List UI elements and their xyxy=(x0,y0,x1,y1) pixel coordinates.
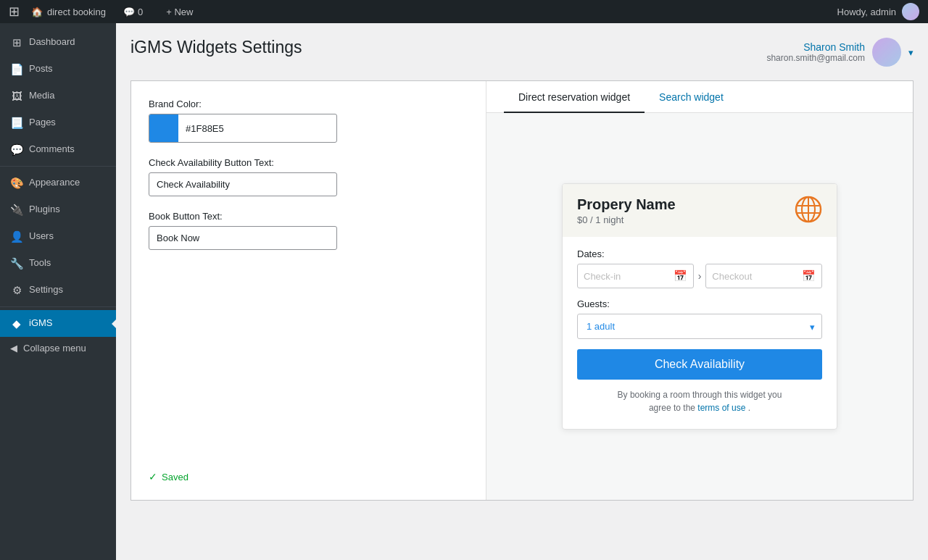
check-availability-field: Check Availability Button Text: xyxy=(149,157,468,196)
sidebar-item-media[interactable]: 🖼 Media xyxy=(0,83,116,109)
book-button-label: Book Button Text: xyxy=(149,211,468,222)
right-panel: Direct reservation widget Search widget … xyxy=(486,81,913,500)
brand-color-label: Brand Color: xyxy=(149,99,468,109)
saved-message: ✓ Saved xyxy=(149,456,468,482)
widget-tabs: Direct reservation widget Search widget xyxy=(486,81,913,113)
footer-text-2: agree to the xyxy=(649,403,695,413)
sidebar-item-plugins[interactable]: 🔌 Plugins xyxy=(0,196,116,223)
widget-dates-row: Check-in 📅 › Checkout 📅 xyxy=(577,264,822,288)
sidebar-item-label: Posts xyxy=(29,62,53,75)
appearance-icon: 🎨 xyxy=(10,175,23,191)
terms-of-use-link[interactable]: terms of use xyxy=(697,403,745,413)
check-avail-label: Check Availability Button Text: xyxy=(149,157,468,168)
color-text-input[interactable] xyxy=(178,117,336,140)
book-button-field: Book Button Text: xyxy=(149,211,468,250)
check-availability-button[interactable]: Check Availability xyxy=(577,349,822,380)
date-arrow-icon: › xyxy=(698,270,702,282)
plugins-icon: 🔌 xyxy=(10,202,23,217)
new-label: + New xyxy=(166,7,193,17)
page-title: iGMS Widgets Settings xyxy=(130,38,302,57)
comments-icon: 💬 xyxy=(10,142,23,157)
check-availability-input[interactable] xyxy=(149,172,337,196)
checkout-placeholder: Checkout xyxy=(712,271,798,282)
preview-area: Propery Name $0 / 1 night xyxy=(486,113,913,500)
checkout-input-wrap[interactable]: Checkout 📅 xyxy=(705,264,822,288)
site-name: direct booking xyxy=(47,7,106,17)
footer-text-3: . xyxy=(748,403,750,413)
user-name[interactable]: Sharon Smith xyxy=(766,41,865,53)
sidebar-item-users[interactable]: 👤 Users xyxy=(0,223,116,250)
main-content: iGMS Widgets Settings Sharon Smith sharo… xyxy=(116,23,928,560)
collapse-menu-button[interactable]: ◀ Collapse menu xyxy=(0,337,116,359)
sidebar-item-label: Appearance xyxy=(29,176,80,189)
posts-icon: 📄 xyxy=(10,62,23,77)
checkin-calendar-icon: 📅 xyxy=(674,269,687,283)
adminbar-site-link[interactable]: 🏠 direct booking xyxy=(31,7,106,17)
check-icon: ✓ xyxy=(149,471,157,482)
color-swatch[interactable] xyxy=(149,114,178,142)
sidebar-item-comments[interactable]: 💬 Comments xyxy=(0,136,116,163)
sidebar-item-igms[interactable]: ◆ iGMS xyxy=(0,310,116,337)
sidebar-item-label: Dashboard xyxy=(29,35,75,49)
left-panel: Brand Color: Check Availability Button T… xyxy=(131,81,486,500)
guests-select-wrap: 1 adult 2 adults 3 adults ▾ xyxy=(577,314,822,339)
checkin-placeholder: Check-in xyxy=(584,271,669,282)
user-dropdown-icon[interactable]: ▾ xyxy=(908,47,914,58)
tab-search-widget[interactable]: Search widget xyxy=(645,81,738,113)
comments-icon: 💬 xyxy=(123,7,135,17)
sidebar-item-pages[interactable]: 📃 Pages xyxy=(0,109,116,136)
sidebar-item-label: Pages xyxy=(29,116,56,129)
widget-globe-icon xyxy=(795,196,822,225)
sidebar-item-dashboard[interactable]: ⊞ Dashboard xyxy=(0,29,116,56)
sidebar-item-label: Plugins xyxy=(29,203,60,216)
user-email: sharon.smith@gmail.com xyxy=(766,53,865,63)
adminbar-new[interactable]: + New xyxy=(160,0,199,23)
adminbar-comments[interactable]: 💬 0 xyxy=(117,0,149,23)
home-icon: 🏠 xyxy=(31,7,43,17)
sidebar-item-label: Settings xyxy=(29,283,63,296)
footer-text-1: By booking a room through this widget yo… xyxy=(618,390,782,400)
book-button-input[interactable] xyxy=(149,226,337,250)
tab-direct-label: Direct reservation widget xyxy=(518,91,630,103)
sidebar-item-settings[interactable]: ⚙ Settings xyxy=(0,277,116,304)
wp-logo-icon: ⊞ xyxy=(9,4,20,20)
widget-property-name: Propery Name xyxy=(577,196,676,213)
tab-search-label: Search widget xyxy=(659,91,724,103)
igms-icon: ◆ xyxy=(10,316,23,331)
collapse-label: Collapse menu xyxy=(23,343,86,354)
collapse-icon: ◀ xyxy=(10,343,17,354)
checkin-input-wrap[interactable]: Check-in 📅 xyxy=(577,264,694,288)
tools-icon: 🔧 xyxy=(10,256,23,271)
sidebar-item-label: Tools xyxy=(29,256,51,269)
checkout-calendar-icon: 📅 xyxy=(802,269,816,283)
sidebar-item-label: Users xyxy=(29,230,54,243)
sidebar-item-label: iGMS xyxy=(29,317,53,330)
sidebar-item-appearance[interactable]: 🎨 Appearance xyxy=(0,170,116,196)
media-icon: 🖼 xyxy=(10,88,23,104)
widget-body: Dates: Check-in 📅 › Checkout 📅 xyxy=(563,237,837,429)
adminbar-user-area: Howdy, admin xyxy=(837,3,919,20)
sidebar-item-tools[interactable]: 🔧 Tools xyxy=(0,250,116,277)
comments-count: 0 xyxy=(138,7,143,17)
dashboard-icon: ⊞ xyxy=(10,35,23,50)
howdy-text: Howdy, admin xyxy=(837,7,896,17)
sidebar-item-posts[interactable]: 📄 Posts xyxy=(0,56,116,83)
brand-color-field: Brand Color: xyxy=(149,99,468,143)
settings-container: Brand Color: Check Availability Button T… xyxy=(130,80,914,501)
settings-icon: ⚙ xyxy=(10,283,23,298)
widget-price: $0 / 1 night xyxy=(577,214,676,225)
widget-header: Propery Name $0 / 1 night xyxy=(563,184,837,237)
user-avatar[interactable] xyxy=(872,38,901,67)
sidebar: ⊞ Dashboard 📄 Posts 🖼 Media 📃 Pages 💬 Co… xyxy=(0,23,116,560)
avatar[interactable] xyxy=(902,3,919,20)
saved-text: Saved xyxy=(162,472,188,482)
widget-dates-label: Dates: xyxy=(577,248,822,259)
guests-select[interactable]: 1 adult 2 adults 3 adults xyxy=(577,314,822,339)
widget-footer-text: By booking a room through this widget yo… xyxy=(577,388,822,414)
widget-guests-label: Guests: xyxy=(577,298,822,309)
sidebar-item-label: Media xyxy=(29,89,54,102)
color-input-wrap[interactable] xyxy=(149,114,337,143)
pages-icon: 📃 xyxy=(10,115,23,130)
widget-card: Propery Name $0 / 1 night xyxy=(562,183,837,430)
tab-direct-reservation[interactable]: Direct reservation widget xyxy=(504,81,645,113)
